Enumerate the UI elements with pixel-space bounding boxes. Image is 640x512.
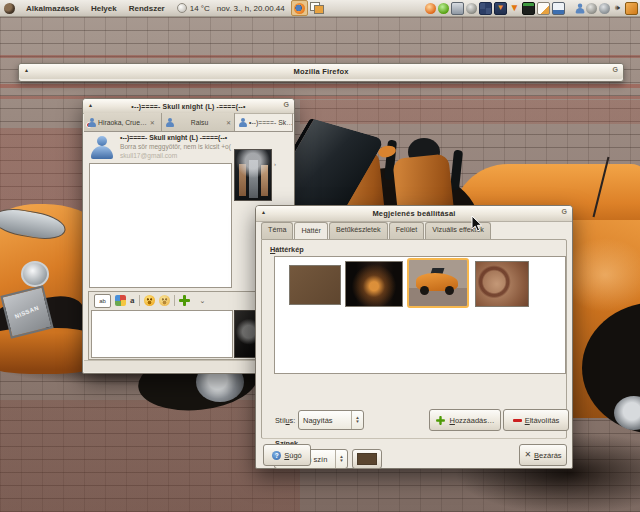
menu-applications[interactable]: Alkalmazások <box>20 2 85 15</box>
rss-tray-icon[interactable] <box>425 3 436 14</box>
weather-icon <box>177 3 187 13</box>
add-button-label: Hozzáadás… <box>449 416 494 425</box>
thumb-wheel <box>420 286 429 295</box>
tab-close-icon[interactable]: ✕ <box>150 119 155 126</box>
tab-hatter[interactable]: Háttér <box>294 222 328 239</box>
quick-launch <box>291 0 324 16</box>
chevron-down-icon[interactable]: ⌄ <box>200 297 206 305</box>
thumb-wheel <box>445 286 454 295</box>
font-button[interactable]: ab <box>94 294 111 308</box>
remove-wallpaper-button[interactable]: Eltávolítás <box>503 409 569 431</box>
shade-icon[interactable]: ▴ <box>25 67 28 73</box>
distro-menu-icon[interactable] <box>4 3 15 14</box>
buddy-avatar-icon <box>90 136 114 160</box>
appearance-dialog: ▴ Megjelenés beállításai G Téma Háttér B… <box>255 205 573 469</box>
wallpaper-thumb-dark-hall[interactable] <box>345 261 403 307</box>
minus-icon <box>513 419 522 422</box>
volume-icon[interactable]: 🕪 <box>612 3 623 14</box>
add-wallpaper-button[interactable]: Hozzáadás… <box>429 409 501 431</box>
background-section-label: Háttérkép <box>270 245 304 254</box>
workspace-tray-icon[interactable] <box>479 2 492 15</box>
toolbar-separator <box>139 295 140 306</box>
terminal-tray-icon[interactable] <box>522 2 535 15</box>
messenger-tray-icon[interactable] <box>438 3 449 14</box>
notes-tray-icon[interactable] <box>537 2 550 15</box>
settings-gear-icon[interactable] <box>466 3 477 14</box>
network-globe-icon[interactable] <box>599 3 610 14</box>
combo-spinner-icon: ▲▼ <box>351 411 363 429</box>
chat-tab-bar: Hiraoka, Crue… ✕ Raisu ✕ •--)====- Sk… ✕ <box>84 113 293 132</box>
window-menu-icon[interactable]: G <box>613 66 618 73</box>
chat-window-title: •--)====- Skull кnight (L) -====(--• <box>131 103 245 110</box>
chat-tab-label: Hiraoka, Crue… <box>98 119 147 126</box>
chat-tab-skull-active[interactable]: •--)====- Sk… ✕ <box>235 113 293 131</box>
smiley-theme-icon[interactable] <box>115 295 126 306</box>
tab-betukeszletek[interactable]: Betűkészletek <box>329 222 388 239</box>
bluetooth-tray-icon[interactable] <box>586 3 597 14</box>
help-button[interactable]: ? Súgó <box>263 444 311 466</box>
firefox-titlebar[interactable]: ▴ Mozilla Firefox G <box>19 64 623 79</box>
tab-close-icon[interactable]: ✕ <box>226 119 231 126</box>
buddy-name: •--)====- Skull кnight (L) -====(--• <box>120 134 227 141</box>
buddy-email: skull17@gmail.com <box>120 152 177 159</box>
buddy-icon <box>238 118 247 127</box>
emoticon-alt-button[interactable] <box>159 295 170 306</box>
screenshot-tray-icon[interactable] <box>451 2 464 15</box>
shade-icon[interactable]: ▴ <box>262 209 265 215</box>
window-menu-icon[interactable]: G <box>562 208 567 215</box>
shade-icon[interactable]: ▴ <box>89 102 92 108</box>
conversation-area[interactable] <box>89 163 232 288</box>
window-selector[interactable] <box>309 0 324 14</box>
car-rollbar <box>450 150 463 191</box>
buddy-photo-expander[interactable]: › <box>274 161 276 167</box>
chat-tab-hiraoka[interactable]: Hiraoka, Crue… ✕ <box>84 113 162 131</box>
dialog-titlebar[interactable]: ▴ Megjelenés beállításai G <box>256 206 572 222</box>
insert-plus-button[interactable] <box>179 295 190 306</box>
tab-content-frame: Háttérkép Stílus: Nagyítás ▲▼ Hozzáad <box>261 239 567 439</box>
attention-button[interactable]: a <box>130 296 135 305</box>
wallpaper-thumb-rust-stain[interactable] <box>475 261 529 307</box>
nissan-badge <box>21 261 49 287</box>
chat-tab-label: Raisu <box>191 119 208 126</box>
message-input[interactable] <box>91 310 233 358</box>
style-combobox[interactable]: Nagyítás ▲▼ <box>298 410 364 430</box>
buddy-busy-icon <box>87 118 96 127</box>
chart-tray-icon[interactable] <box>552 2 565 15</box>
update-arrow-icon[interactable]: ▼ <box>509 3 520 14</box>
window-menu-icon[interactable]: G <box>284 101 289 108</box>
menu-places[interactable]: Helyek <box>85 2 123 15</box>
plus-icon <box>437 416 446 425</box>
color-swatch-button[interactable] <box>352 449 382 469</box>
toolbar-separator <box>174 295 175 306</box>
tab-tema[interactable]: Téma <box>261 222 293 239</box>
wallpaper-thumb-solid-brown[interactable] <box>289 265 341 305</box>
weather-temp: 14 °C <box>190 4 210 13</box>
emoticon-button[interactable] <box>144 295 155 306</box>
chat-titlebar[interactable]: ▴ •--)====- Skull кnight (L) -====(--• G <box>83 99 294 114</box>
wallpaper-list[interactable] <box>274 256 566 374</box>
buddy-photo <box>234 149 272 201</box>
dialog-title: Megjelenés beállításai <box>372 209 455 218</box>
close-icon: ✕ <box>524 451 531 459</box>
tab-felulet[interactable]: Felület <box>389 222 425 239</box>
firefox-icon <box>294 3 305 14</box>
firefox-window-shaded[interactable]: ▴ Mozilla Firefox G <box>18 63 624 82</box>
chat-tab-label: •--)====- Sk… <box>249 119 293 126</box>
user-switcher-icon[interactable] <box>575 3 585 13</box>
help-icon: ? <box>272 451 281 460</box>
close-dialog-button[interactable]: ✕ Bezárás <box>519 444 567 466</box>
weather-applet[interactable]: 14 °C <box>177 3 210 13</box>
chat-tab-raisu[interactable]: Raisu ✕ <box>162 113 235 131</box>
download-tray-icon[interactable]: ▼ <box>494 2 507 15</box>
screen: NISSAN ▴ Mozilla Firefox G ▴ •--)====- S… <box>0 0 640 512</box>
dialog-tab-bar: Téma Háttér Betűkészletek Felület Vizuál… <box>261 222 492 239</box>
help-button-label: Súgó <box>284 451 302 460</box>
package-tray-icon[interactable] <box>625 2 638 15</box>
dialog-separator <box>262 438 566 439</box>
clock-applet[interactable]: nov. 3., h, 20.00.44 <box>217 4 285 13</box>
top-panel: Alkalmazások Helyek Rendszer 14 °C nov. … <box>0 0 640 17</box>
firefox-launcher[interactable] <box>291 0 308 16</box>
wallpaper-thumb-orange-car-selected[interactable] <box>407 258 469 308</box>
menu-system[interactable]: Rendszer <box>123 2 171 15</box>
remove-button-label: Eltávolítás <box>525 416 560 425</box>
